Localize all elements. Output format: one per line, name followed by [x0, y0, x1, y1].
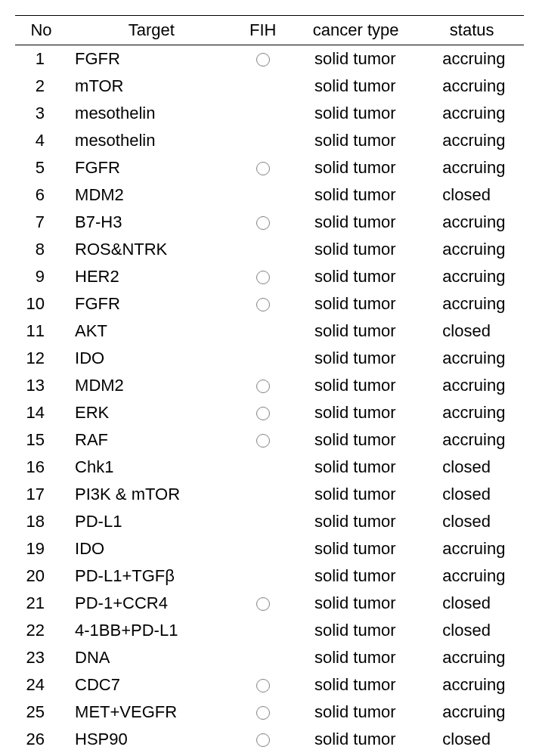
- table-row: 10FGFRsolid tumoraccruing: [15, 290, 524, 318]
- cell-target: IDO: [67, 345, 234, 372]
- cell-cancer-type: solid tumor: [292, 73, 420, 100]
- table-row: 19IDOsolid tumoraccruing: [15, 535, 524, 562]
- cell-status: closed: [420, 508, 524, 535]
- cell-cancer-type: solid tumor: [292, 617, 420, 644]
- cell-no: 12: [15, 345, 67, 372]
- cell-fih: [234, 263, 292, 290]
- cell-no: 2: [15, 73, 67, 100]
- circle-icon: [256, 53, 270, 67]
- cell-fih: [234, 372, 292, 399]
- table-row: 17PI3K & mTORsolid tumorclosed: [15, 481, 524, 508]
- table-row: 11AKTsolid tumorclosed: [15, 318, 524, 345]
- cell-fih: [234, 181, 292, 209]
- cell-status: accruing: [420, 209, 524, 236]
- table-row: 13MDM2solid tumoraccruing: [15, 372, 524, 399]
- cell-no: 17: [15, 481, 67, 508]
- table-body: 1FGFRsolid tumoraccruing2mTORsolid tumor…: [15, 45, 524, 757]
- cell-no: 23: [15, 644, 67, 671]
- table-row: 20PD-L1+TGFβsolid tumoraccruing: [15, 562, 524, 590]
- cell-status: accruing: [420, 399, 524, 426]
- cell-no: 26: [15, 726, 67, 753]
- cell-cancer-type: solid tumor: [292, 100, 420, 127]
- cell-target: PI3K & mTOR: [67, 481, 234, 508]
- circle-icon: [256, 162, 270, 175]
- cell-no: 19: [15, 535, 67, 562]
- cell-cancer-type: solid tumor: [292, 209, 420, 236]
- cell-status: accruing: [420, 127, 524, 154]
- cell-fih: [234, 699, 292, 726]
- cell-fih: [234, 454, 292, 481]
- cell-fih: [234, 100, 292, 127]
- cell-target: FGFR: [67, 154, 234, 181]
- cell-status: closed: [420, 454, 524, 481]
- cell-target: FGFR: [67, 45, 234, 73]
- circle-icon: [256, 597, 270, 611]
- cell-no: 22: [15, 617, 67, 644]
- clinical-trials-table: No Target FIH cancer type status 1FGFRso…: [15, 15, 524, 756]
- cell-target: 4-1BB+PD-L1: [67, 617, 234, 644]
- cell-no: 10: [15, 290, 67, 318]
- cell-fih: [234, 726, 292, 753]
- table-row: 21PD-1+CCR4solid tumorclosed: [15, 590, 524, 617]
- cell-no: 24: [15, 671, 67, 699]
- cell-status: accruing: [420, 644, 524, 671]
- cell-cancer-type: solid tumor: [292, 236, 420, 263]
- cell-fih: [234, 671, 292, 699]
- cell-target: Chk1: [67, 454, 234, 481]
- cell-target: MET+VEGFR: [67, 699, 234, 726]
- cell-no: 6: [15, 181, 67, 209]
- cell-no: 25: [15, 699, 67, 726]
- cell-no: 18: [15, 508, 67, 535]
- cell-cancer-type: solid tumor: [292, 699, 420, 726]
- cell-no: 9: [15, 263, 67, 290]
- cell-target: HER2: [67, 263, 234, 290]
- cell-cancer-type: solid tumor: [292, 263, 420, 290]
- cell-status: closed: [420, 726, 524, 753]
- table-row: 18PD-L1solid tumorclosed: [15, 508, 524, 535]
- cell-status: accruing: [420, 671, 524, 699]
- cell-fih: [234, 481, 292, 508]
- table-row: 2mTORsolid tumoraccruing: [15, 73, 524, 100]
- header-no: No: [15, 16, 67, 45]
- cell-fih: [234, 236, 292, 263]
- cell-cancer-type: solid tumor: [292, 318, 420, 345]
- cell-no: 1: [15, 45, 67, 73]
- table-row: 24CDC7solid tumoraccruing: [15, 671, 524, 699]
- cell-fih: [234, 290, 292, 318]
- circle-icon: [256, 380, 270, 393]
- cell-target: IDO: [67, 535, 234, 562]
- cell-cancer-type: solid tumor: [292, 535, 420, 562]
- cell-target: FGFR: [67, 290, 234, 318]
- cell-cancer-type: solid tumor: [292, 181, 420, 209]
- cell-target: mesothelin: [67, 100, 234, 127]
- cell-status: accruing: [420, 290, 524, 318]
- cell-status: accruing: [420, 100, 524, 127]
- circle-icon: [256, 271, 270, 284]
- cell-no: 8: [15, 236, 67, 263]
- cell-target: PD-L1: [67, 508, 234, 535]
- cell-fih: [234, 127, 292, 154]
- cell-cancer-type: solid tumor: [292, 590, 420, 617]
- cell-target: DNA: [67, 644, 234, 671]
- table-row: 6MDM2solid tumorclosed: [15, 181, 524, 209]
- table-row: 9HER2solid tumoraccruing: [15, 263, 524, 290]
- table-row: 1FGFRsolid tumoraccruing: [15, 45, 524, 73]
- cell-fih: [234, 562, 292, 590]
- cell-fih: [234, 644, 292, 671]
- cell-status: accruing: [420, 263, 524, 290]
- cell-status: accruing: [420, 345, 524, 372]
- table-row: 15RAFsolid tumoraccruing: [15, 426, 524, 454]
- table-row: 23DNAsolid tumoraccruing: [15, 644, 524, 671]
- cell-target: mesothelin: [67, 127, 234, 154]
- table-header-row: No Target FIH cancer type status: [15, 16, 524, 45]
- cell-status: closed: [420, 181, 524, 209]
- table-row: 26HSP90solid tumorclosed: [15, 726, 524, 753]
- table-row: 7B7-H3solid tumoraccruing: [15, 209, 524, 236]
- cell-target: RAF: [67, 426, 234, 454]
- cell-cancer-type: solid tumor: [292, 726, 420, 753]
- circle-icon: [256, 216, 270, 230]
- cell-status: accruing: [420, 426, 524, 454]
- cell-status: closed: [420, 617, 524, 644]
- cell-cancer-type: solid tumor: [292, 644, 420, 671]
- header-fih: FIH: [234, 16, 292, 45]
